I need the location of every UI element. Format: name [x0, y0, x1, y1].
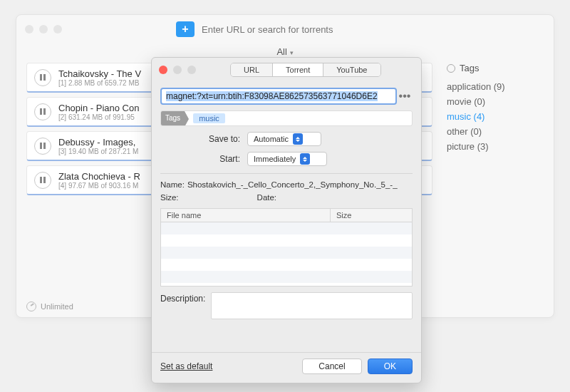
minimize-icon[interactable] — [39, 25, 48, 33]
tag-other[interactable]: other (0) — [447, 124, 554, 139]
table-row — [161, 247, 412, 259]
footer-status: Unlimited — [26, 301, 73, 311]
set-as-default-link[interactable]: Set as default — [160, 361, 212, 371]
close-icon[interactable] — [25, 25, 33, 33]
dialog-traffic-lights — [159, 66, 196, 74]
browse-button[interactable]: ••• — [397, 88, 413, 105]
table-row — [161, 271, 412, 283]
tags-title: Tags — [460, 63, 479, 73]
date-label: Date: — [257, 193, 277, 202]
tag-picture[interactable]: picture (3) — [447, 139, 554, 154]
file-table: File name Size — [160, 208, 413, 287]
col-size[interactable]: Size — [331, 209, 412, 222]
save-to-select[interactable]: Automatic — [247, 132, 321, 146]
download-subtitle: [4] 97.67 MB of 903.16 M — [58, 182, 158, 190]
save-to-value: Automatic — [254, 135, 289, 143]
magnet-input[interactable]: magnet:?xt=urn:btih:F83098AE862573563771… — [160, 88, 397, 105]
minimize-icon — [173, 66, 182, 74]
add-button[interactable]: + — [176, 21, 195, 37]
speed-status: Unlimited — [41, 302, 73, 311]
name-label: Name: — [160, 180, 185, 189]
tags-badge: Tags — [161, 111, 185, 125]
pause-button[interactable] — [34, 138, 51, 155]
zoom-icon[interactable] — [53, 25, 62, 33]
tab-torrent[interactable]: Torrent — [273, 63, 323, 76]
speedometer-icon — [26, 301, 36, 311]
table-header: File name Size — [161, 209, 412, 222]
start-label: Start: — [160, 154, 240, 164]
col-file-name[interactable]: File name — [161, 209, 331, 222]
tag-chip-music[interactable]: music — [193, 113, 225, 123]
download-title: Zlata Chochieva - R — [58, 171, 158, 182]
stepper-icon — [293, 133, 303, 145]
tags-field[interactable]: Tags music — [160, 110, 413, 126]
pause-button[interactable] — [34, 172, 51, 189]
download-subtitle: [2] 631.24 MB of 991.95 — [58, 113, 158, 121]
source-tabs: URL Torrent YouTube — [230, 63, 381, 77]
download-subtitle: [3] 19.40 MB of 287.21 M — [58, 148, 158, 155]
save-to-label: Save to: — [160, 134, 240, 144]
traffic-lights — [25, 25, 62, 33]
search-input[interactable] — [199, 21, 441, 37]
cancel-button[interactable]: Cancel — [302, 359, 361, 374]
pause-button[interactable] — [34, 69, 51, 86]
download-title: Tchaikovsky - The V — [58, 68, 158, 79]
ok-button[interactable]: OK — [368, 359, 413, 374]
download-title: Debussy - Images, — [58, 137, 158, 148]
plus-icon: + — [182, 23, 188, 36]
ellipsis-icon: ••• — [399, 90, 411, 103]
divider — [160, 173, 413, 174]
download-subtitle: [1] 2.88 MB of 659.72 MB — [58, 79, 158, 87]
tags-header[interactable]: Tags — [447, 63, 554, 73]
chevron-down-icon: ▾ — [290, 49, 294, 56]
radio-icon — [447, 64, 455, 73]
tab-url[interactable]: URL — [231, 63, 273, 76]
filter-label: All — [276, 46, 286, 57]
size-label: Size: — [160, 193, 179, 202]
table-row — [161, 259, 412, 271]
magnet-text: magnet:?xt=urn:btih:F83098AE862573563771… — [166, 91, 378, 101]
dialog-titlebar: URL Torrent YouTube — [152, 58, 421, 82]
zoom-icon — [187, 66, 196, 74]
tab-youtube[interactable]: YouTube — [323, 63, 380, 76]
tag-application[interactable]: application (9) — [447, 79, 554, 94]
table-row — [161, 234, 412, 247]
titlebar: + — [16, 15, 554, 43]
download-title: Chopin - Piano Con — [58, 103, 158, 113]
table-row — [161, 222, 412, 234]
start-value: Immediately — [254, 155, 296, 163]
stepper-icon — [300, 153, 310, 165]
name-value: Shostakovich_-_Cello_Concerto_2,_Symphon… — [187, 180, 398, 189]
pause-button[interactable] — [34, 103, 51, 120]
tags-sidebar: Tags application (9) movie (0) music (4)… — [447, 63, 554, 298]
description-label: Description: — [160, 292, 205, 319]
start-select[interactable]: Immediately — [247, 152, 327, 166]
tag-movie[interactable]: movie (0) — [447, 94, 554, 109]
tag-music[interactable]: music (4) — [447, 109, 554, 124]
description-field[interactable] — [211, 292, 413, 319]
add-torrent-dialog: URL Torrent YouTube magnet:?xt=urn:btih:… — [151, 57, 422, 383]
close-icon[interactable] — [159, 66, 167, 74]
